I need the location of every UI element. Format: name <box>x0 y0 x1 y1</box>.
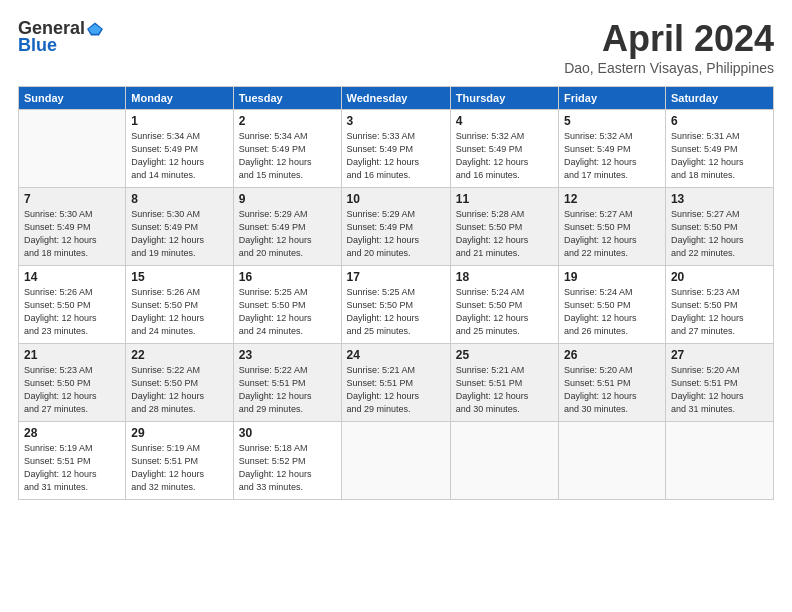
day-number: 15 <box>131 270 228 284</box>
day-info: Sunrise: 5:26 AMSunset: 5:50 PMDaylight:… <box>131 286 228 338</box>
day-number: 30 <box>239 426 336 440</box>
day-info: Sunrise: 5:25 AMSunset: 5:50 PMDaylight:… <box>347 286 445 338</box>
day-info: Sunrise: 5:32 AMSunset: 5:49 PMDaylight:… <box>564 130 660 182</box>
day-number: 5 <box>564 114 660 128</box>
day-info: Sunrise: 5:34 AMSunset: 5:49 PMDaylight:… <box>131 130 228 182</box>
calendar-table: SundayMondayTuesdayWednesdayThursdayFrid… <box>18 86 774 500</box>
day-info: Sunrise: 5:30 AMSunset: 5:49 PMDaylight:… <box>131 208 228 260</box>
calendar-cell: 6Sunrise: 5:31 AMSunset: 5:49 PMDaylight… <box>665 110 773 188</box>
day-number: 19 <box>564 270 660 284</box>
header-day-sunday: Sunday <box>19 87 126 110</box>
day-number: 7 <box>24 192 120 206</box>
day-number: 1 <box>131 114 228 128</box>
day-number: 3 <box>347 114 445 128</box>
header-day-saturday: Saturday <box>665 87 773 110</box>
calendar-cell: 26Sunrise: 5:20 AMSunset: 5:51 PMDayligh… <box>559 344 666 422</box>
week-row-4: 21Sunrise: 5:23 AMSunset: 5:50 PMDayligh… <box>19 344 774 422</box>
day-number: 10 <box>347 192 445 206</box>
day-number: 8 <box>131 192 228 206</box>
calendar-cell: 30Sunrise: 5:18 AMSunset: 5:52 PMDayligh… <box>233 422 341 500</box>
header-day-tuesday: Tuesday <box>233 87 341 110</box>
day-info: Sunrise: 5:20 AMSunset: 5:51 PMDaylight:… <box>671 364 768 416</box>
day-number: 13 <box>671 192 768 206</box>
week-row-2: 7Sunrise: 5:30 AMSunset: 5:49 PMDaylight… <box>19 188 774 266</box>
day-info: Sunrise: 5:22 AMSunset: 5:51 PMDaylight:… <box>239 364 336 416</box>
day-number: 18 <box>456 270 553 284</box>
day-info: Sunrise: 5:25 AMSunset: 5:50 PMDaylight:… <box>239 286 336 338</box>
calendar-cell: 29Sunrise: 5:19 AMSunset: 5:51 PMDayligh… <box>126 422 234 500</box>
day-number: 6 <box>671 114 768 128</box>
day-info: Sunrise: 5:27 AMSunset: 5:50 PMDaylight:… <box>564 208 660 260</box>
calendar-cell: 17Sunrise: 5:25 AMSunset: 5:50 PMDayligh… <box>341 266 450 344</box>
day-info: Sunrise: 5:24 AMSunset: 5:50 PMDaylight:… <box>456 286 553 338</box>
day-info: Sunrise: 5:29 AMSunset: 5:49 PMDaylight:… <box>239 208 336 260</box>
day-number: 28 <box>24 426 120 440</box>
calendar-cell: 19Sunrise: 5:24 AMSunset: 5:50 PMDayligh… <box>559 266 666 344</box>
calendar-cell: 20Sunrise: 5:23 AMSunset: 5:50 PMDayligh… <box>665 266 773 344</box>
header-day-friday: Friday <box>559 87 666 110</box>
title-block: April 2024 Dao, Eastern Visayas, Philipp… <box>564 18 774 76</box>
week-row-3: 14Sunrise: 5:26 AMSunset: 5:50 PMDayligh… <box>19 266 774 344</box>
calendar-cell: 14Sunrise: 5:26 AMSunset: 5:50 PMDayligh… <box>19 266 126 344</box>
day-info: Sunrise: 5:26 AMSunset: 5:50 PMDaylight:… <box>24 286 120 338</box>
day-info: Sunrise: 5:21 AMSunset: 5:51 PMDaylight:… <box>347 364 445 416</box>
calendar-cell: 23Sunrise: 5:22 AMSunset: 5:51 PMDayligh… <box>233 344 341 422</box>
day-info: Sunrise: 5:32 AMSunset: 5:49 PMDaylight:… <box>456 130 553 182</box>
calendar-cell <box>665 422 773 500</box>
day-number: 26 <box>564 348 660 362</box>
calendar-cell: 15Sunrise: 5:26 AMSunset: 5:50 PMDayligh… <box>126 266 234 344</box>
calendar-cell: 28Sunrise: 5:19 AMSunset: 5:51 PMDayligh… <box>19 422 126 500</box>
week-row-1: 1Sunrise: 5:34 AMSunset: 5:49 PMDaylight… <box>19 110 774 188</box>
calendar-cell <box>450 422 558 500</box>
logo-blue-text: Blue <box>18 35 57 56</box>
header-row: SundayMondayTuesdayWednesdayThursdayFrid… <box>19 87 774 110</box>
calendar-cell: 27Sunrise: 5:20 AMSunset: 5:51 PMDayligh… <box>665 344 773 422</box>
calendar-cell: 1Sunrise: 5:34 AMSunset: 5:49 PMDaylight… <box>126 110 234 188</box>
day-number: 16 <box>239 270 336 284</box>
calendar-cell <box>19 110 126 188</box>
calendar-cell: 10Sunrise: 5:29 AMSunset: 5:49 PMDayligh… <box>341 188 450 266</box>
calendar-cell: 24Sunrise: 5:21 AMSunset: 5:51 PMDayligh… <box>341 344 450 422</box>
day-info: Sunrise: 5:24 AMSunset: 5:50 PMDaylight:… <box>564 286 660 338</box>
calendar-cell: 21Sunrise: 5:23 AMSunset: 5:50 PMDayligh… <box>19 344 126 422</box>
day-info: Sunrise: 5:21 AMSunset: 5:51 PMDaylight:… <box>456 364 553 416</box>
day-info: Sunrise: 5:34 AMSunset: 5:49 PMDaylight:… <box>239 130 336 182</box>
day-number: 27 <box>671 348 768 362</box>
day-info: Sunrise: 5:31 AMSunset: 5:49 PMDaylight:… <box>671 130 768 182</box>
day-info: Sunrise: 5:23 AMSunset: 5:50 PMDaylight:… <box>24 364 120 416</box>
day-number: 4 <box>456 114 553 128</box>
day-number: 22 <box>131 348 228 362</box>
calendar-cell: 9Sunrise: 5:29 AMSunset: 5:49 PMDaylight… <box>233 188 341 266</box>
day-number: 21 <box>24 348 120 362</box>
day-number: 24 <box>347 348 445 362</box>
calendar-cell: 12Sunrise: 5:27 AMSunset: 5:50 PMDayligh… <box>559 188 666 266</box>
day-number: 23 <box>239 348 336 362</box>
day-info: Sunrise: 5:20 AMSunset: 5:51 PMDaylight:… <box>564 364 660 416</box>
day-info: Sunrise: 5:22 AMSunset: 5:50 PMDaylight:… <box>131 364 228 416</box>
day-number: 17 <box>347 270 445 284</box>
location: Dao, Eastern Visayas, Philippines <box>564 60 774 76</box>
calendar-cell: 8Sunrise: 5:30 AMSunset: 5:49 PMDaylight… <box>126 188 234 266</box>
calendar-cell: 16Sunrise: 5:25 AMSunset: 5:50 PMDayligh… <box>233 266 341 344</box>
header-day-wednesday: Wednesday <box>341 87 450 110</box>
calendar-cell: 5Sunrise: 5:32 AMSunset: 5:49 PMDaylight… <box>559 110 666 188</box>
calendar-cell <box>341 422 450 500</box>
day-number: 12 <box>564 192 660 206</box>
day-info: Sunrise: 5:18 AMSunset: 5:52 PMDaylight:… <box>239 442 336 494</box>
calendar-cell: 4Sunrise: 5:32 AMSunset: 5:49 PMDaylight… <box>450 110 558 188</box>
header-day-monday: Monday <box>126 87 234 110</box>
calendar-cell: 13Sunrise: 5:27 AMSunset: 5:50 PMDayligh… <box>665 188 773 266</box>
page: General Blue April 2024 Dao, Eastern Vis… <box>0 0 792 612</box>
day-number: 20 <box>671 270 768 284</box>
day-info: Sunrise: 5:19 AMSunset: 5:51 PMDaylight:… <box>131 442 228 494</box>
day-info: Sunrise: 5:23 AMSunset: 5:50 PMDaylight:… <box>671 286 768 338</box>
day-number: 14 <box>24 270 120 284</box>
calendar-cell: 7Sunrise: 5:30 AMSunset: 5:49 PMDaylight… <box>19 188 126 266</box>
day-info: Sunrise: 5:19 AMSunset: 5:51 PMDaylight:… <box>24 442 120 494</box>
day-info: Sunrise: 5:33 AMSunset: 5:49 PMDaylight:… <box>347 130 445 182</box>
day-number: 11 <box>456 192 553 206</box>
logo: General Blue <box>18 18 103 56</box>
logo-icon <box>87 21 103 37</box>
week-row-5: 28Sunrise: 5:19 AMSunset: 5:51 PMDayligh… <box>19 422 774 500</box>
calendar-cell: 18Sunrise: 5:24 AMSunset: 5:50 PMDayligh… <box>450 266 558 344</box>
